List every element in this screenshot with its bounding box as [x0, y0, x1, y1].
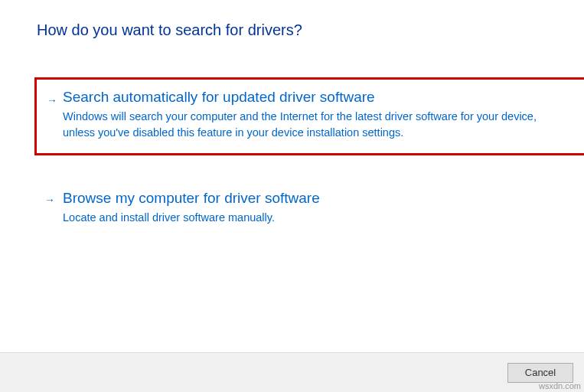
arrow-right-icon: → — [47, 95, 57, 106]
option-search-automatically[interactable]: → Search automatically for updated drive… — [34, 77, 584, 155]
option-title: Browse my computer for driver software — [63, 190, 532, 207]
cancel-button[interactable]: Cancel — [507, 363, 573, 383]
page-heading: How do you want to search for drivers? — [37, 21, 547, 39]
option-title: Search automatically for updated driver … — [63, 89, 545, 106]
arrow-right-icon: → — [44, 194, 55, 205]
option-description: Windows will search your computer and th… — [63, 109, 545, 141]
option-description: Locate and install driver software manua… — [63, 210, 532, 226]
option-browse-computer[interactable]: → Browse my computer for driver software… — [37, 181, 547, 238]
watermark: wsxdn.com — [539, 381, 581, 390]
footer-bar: Cancel — [0, 352, 584, 392]
